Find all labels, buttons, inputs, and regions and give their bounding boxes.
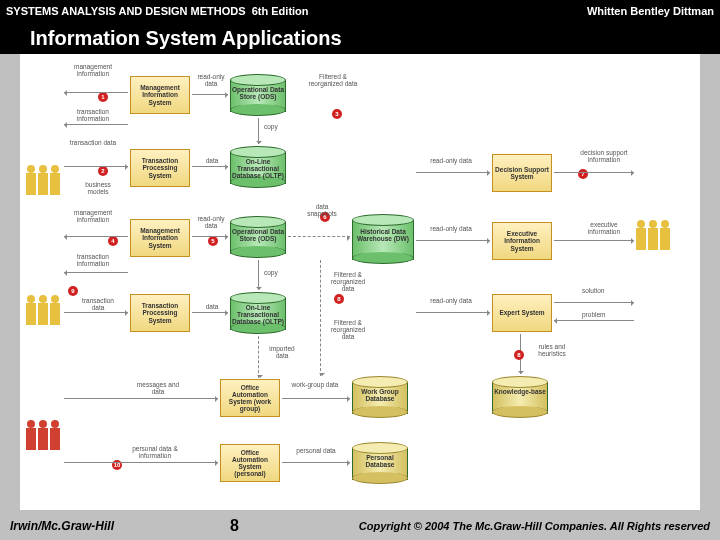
marker-2: 2 — [98, 166, 108, 176]
edge-dsi: decision support information — [576, 150, 632, 164]
arrow — [64, 272, 128, 273]
arrow — [554, 172, 634, 173]
edge-exec: executive information — [576, 222, 632, 236]
marker-4: 4 — [108, 236, 118, 246]
box-mis2: Management Information System — [130, 219, 190, 257]
arrow — [192, 166, 228, 167]
edge-snap: data snapshots — [300, 204, 344, 218]
edge-pdi: personal data & information — [120, 446, 190, 460]
edge-copy1: copy — [264, 124, 278, 131]
page-number: 8 — [230, 517, 239, 535]
arrow — [64, 236, 128, 237]
edge-pers: personal data — [294, 448, 338, 455]
arrow — [554, 302, 634, 303]
book-title: SYSTEMS ANALYSIS AND DESIGN METHODS — [6, 5, 246, 17]
arrow — [64, 92, 128, 93]
people-group-top — [26, 149, 60, 195]
box-oas-wg: Office Automation System (work group) — [220, 379, 280, 417]
arrow — [64, 312, 128, 313]
arrow — [288, 236, 350, 237]
cyl-oltp2: On-Line Transactional Database (OLTP) — [230, 292, 286, 334]
copyright: Copyright © 2004 The Mc.Graw-Hill Compan… — [359, 520, 710, 532]
arrow — [258, 336, 259, 378]
arrow — [258, 260, 259, 290]
edge-ro2: read-only data — [194, 216, 228, 230]
arrow — [192, 94, 228, 95]
cyl-wgdb: Work Group Database — [352, 376, 408, 418]
box-dss: Decision Support System — [492, 154, 552, 192]
arrow — [416, 312, 490, 313]
edge-ro3: read-only data — [426, 158, 476, 165]
arrow — [416, 240, 490, 241]
edge-trans-info: transaction information — [68, 109, 118, 123]
cyl-ods1: Operational Data Store (ODS) — [230, 74, 286, 116]
arrow — [282, 398, 350, 399]
edge-trans-info2: transaction information — [68, 254, 118, 268]
edge-imported: imported data — [264, 346, 300, 360]
arrow — [320, 260, 321, 376]
edge-ro1: read-only data — [194, 74, 228, 88]
box-tps1: Transaction Processing System — [130, 149, 190, 187]
edge-rules: rules and heuristics — [528, 344, 576, 358]
edge-wg: work-group data — [290, 382, 340, 389]
cyl-kb: Knowledge-base — [492, 376, 548, 418]
edition: 6th Edition — [252, 5, 309, 17]
header-bar: SYSTEMS ANALYSIS AND DESIGN METHODS 6th … — [0, 0, 720, 22]
arrow — [64, 124, 128, 125]
cyl-ods2: Operational Data Store (ODS) — [230, 216, 286, 258]
arrow — [416, 172, 490, 173]
arrow — [192, 236, 228, 237]
footer: Irwin/Mc.Graw-Hill 8 Copyright © 2004 Th… — [0, 512, 720, 540]
edge-data1: data — [200, 158, 224, 165]
marker-3: 3 — [332, 109, 342, 119]
edge-filt3: Filtered & reorganized data — [326, 320, 370, 340]
edge-problem: problem — [582, 312, 605, 319]
people-group-bot — [26, 404, 60, 450]
marker-5: 5 — [208, 236, 218, 246]
marker-1: 1 — [98, 92, 108, 102]
arrow — [64, 398, 218, 399]
people-group-right — [636, 204, 670, 250]
marker-7: 7 — [578, 169, 588, 179]
arrow — [258, 118, 259, 144]
edge-copy2: copy — [264, 270, 278, 277]
arrow — [554, 240, 634, 241]
arrow — [64, 462, 218, 463]
people-group-mid — [26, 279, 60, 325]
box-oas-p: Office Automation System (personal) — [220, 444, 280, 482]
marker-es: 8 — [514, 350, 524, 360]
edge-trans-data: transaction data — [68, 140, 118, 147]
arrow — [554, 320, 634, 321]
edge-ro4: read-only data — [426, 226, 476, 233]
edge-mgmt2: management information — [68, 210, 118, 224]
arrow — [282, 462, 350, 463]
publisher: Irwin/Mc.Graw-Hill — [10, 519, 114, 533]
edge-data2: data — [200, 304, 224, 311]
edge-ro5: read-only data — [426, 298, 476, 305]
diagram-area: Management Information System Transactio… — [20, 54, 700, 510]
box-es: Expert System — [492, 294, 552, 332]
authors: Whitten Bentley Dittman — [587, 5, 714, 17]
box-eis: Executive Information System — [492, 222, 552, 260]
cyl-pdb: Personal Database — [352, 442, 408, 484]
cyl-oltp1: On-Line Transactional Database (OLTP) — [230, 146, 286, 188]
box-mis1: Management Information System — [130, 76, 190, 114]
edge-mgmt-info: management information — [68, 64, 118, 78]
marker-9: 9 — [68, 286, 78, 296]
marker-8: 8 — [334, 294, 344, 304]
edge-msgs: messages and data — [130, 382, 186, 396]
cyl-dw: Historical Data Warehouse (DW) — [352, 214, 414, 264]
edge-filt1: Filtered & reorganized data — [308, 74, 358, 88]
edge-trans-data2: transaction data — [76, 298, 120, 312]
edge-filt2: Filtered & reorganized data — [326, 272, 370, 292]
arrow — [64, 166, 128, 167]
edge-solution: solution — [582, 288, 604, 295]
edge-biz-models: business models — [76, 182, 120, 196]
slide-title: Information System Applications — [0, 22, 720, 54]
arrow — [192, 312, 228, 313]
box-tps2: Transaction Processing System — [130, 294, 190, 332]
